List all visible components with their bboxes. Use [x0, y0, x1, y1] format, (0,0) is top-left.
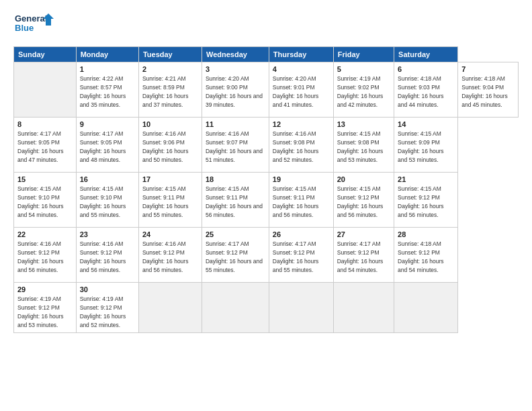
week-row-1: 1 Sunrise: 4:22 AMSunset: 8:57 PMDayligh…: [14, 62, 519, 118]
day-number: 27: [337, 230, 390, 238]
calendar-cell: 15 Sunrise: 4:15 AMSunset: 9:10 PMDaylig…: [14, 173, 77, 228]
calendar-cell: 24 Sunrise: 4:16 AMSunset: 9:12 PMDaylig…: [138, 228, 202, 283]
calendar-cell: 8 Sunrise: 4:17 AMSunset: 9:05 PMDayligh…: [14, 118, 77, 173]
calendar-cell: 30 Sunrise: 4:19 AMSunset: 9:12 PMDaylig…: [76, 283, 138, 333]
calendar-cell: 26 Sunrise: 4:17 AMSunset: 9:12 PMDaylig…: [269, 228, 333, 283]
day-detail: Sunrise: 4:20 AMSunset: 9:00 PMDaylight:…: [206, 75, 263, 108]
day-number: 15: [17, 175, 73, 183]
header-wednesday: Wednesday: [202, 47, 269, 62]
day-number: 13: [337, 120, 390, 128]
week-row-3: 15 Sunrise: 4:15 AMSunset: 9:10 PMDaylig…: [14, 173, 519, 228]
day-detail: Sunrise: 4:19 AMSunset: 9:02 PMDaylight:…: [337, 75, 384, 108]
calendar-cell: 12 Sunrise: 4:16 AMSunset: 9:08 PMDaylig…: [269, 118, 333, 173]
calendar-cell: 22 Sunrise: 4:16 AMSunset: 9:12 PMDaylig…: [14, 228, 77, 283]
calendar-cell: 18 Sunrise: 4:15 AMSunset: 9:11 PMDaylig…: [202, 173, 269, 228]
day-detail: Sunrise: 4:18 AMSunset: 9:04 PMDaylight:…: [461, 75, 508, 108]
day-number: 12: [273, 120, 330, 128]
svg-text:General: General: [15, 13, 47, 24]
day-number: 14: [398, 120, 454, 128]
calendar-table: SundayMondayTuesdayWednesdayThursdayFrid…: [13, 46, 519, 333]
day-number: 18: [206, 175, 265, 183]
calendar-cell: [333, 283, 394, 333]
calendar-cell: 20 Sunrise: 4:15 AMSunset: 9:12 PMDaylig…: [333, 173, 394, 228]
day-number: 20: [337, 175, 390, 183]
week-row-2: 8 Sunrise: 4:17 AMSunset: 9:05 PMDayligh…: [14, 118, 519, 173]
day-detail: Sunrise: 4:17 AMSunset: 9:12 PMDaylight:…: [273, 240, 319, 273]
logo-svg: General Blue: [13, 11, 54, 41]
day-number: 6: [398, 65, 454, 73]
calendar-cell: 29 Sunrise: 4:19 AMSunset: 9:12 PMDaylig…: [14, 283, 77, 333]
calendar-cell: 11 Sunrise: 4:16 AMSunset: 9:07 PMDaylig…: [202, 118, 269, 173]
calendar-cell: 19 Sunrise: 4:15 AMSunset: 9:11 PMDaylig…: [269, 173, 333, 228]
calendar-cell: [269, 283, 333, 333]
day-detail: Sunrise: 4:17 AMSunset: 9:05 PMDaylight:…: [80, 130, 126, 163]
day-number: 9: [80, 120, 135, 128]
day-detail: Sunrise: 4:16 AMSunset: 9:08 PMDaylight:…: [273, 130, 319, 163]
day-number: 26: [273, 230, 330, 238]
calendar-cell: 28 Sunrise: 4:18 AMSunset: 9:12 PMDaylig…: [394, 228, 458, 283]
day-detail: Sunrise: 4:18 AMSunset: 9:03 PMDaylight:…: [398, 75, 444, 108]
day-detail: Sunrise: 4:16 AMSunset: 9:12 PMDaylight:…: [17, 240, 64, 273]
day-number: 10: [142, 120, 198, 128]
day-detail: Sunrise: 4:22 AMSunset: 8:57 PMDaylight:…: [80, 75, 126, 108]
day-number: 30: [80, 285, 135, 293]
day-detail: Sunrise: 4:15 AMSunset: 9:12 PMDaylight:…: [337, 185, 384, 218]
calendar-cell: 23 Sunrise: 4:16 AMSunset: 9:12 PMDaylig…: [76, 228, 138, 283]
day-number: 23: [80, 230, 135, 238]
calendar-cell: 5 Sunrise: 4:19 AMSunset: 9:02 PMDayligh…: [333, 62, 394, 118]
day-detail: Sunrise: 4:15 AMSunset: 9:10 PMDaylight:…: [80, 185, 126, 218]
header: General Blue: [13, 11, 519, 41]
calendar-cell: 25 Sunrise: 4:17 AMSunset: 9:12 PMDaylig…: [202, 228, 269, 283]
calendar-cell: 17 Sunrise: 4:15 AMSunset: 9:11 PMDaylig…: [138, 173, 202, 228]
header-sunday: Sunday: [14, 47, 77, 62]
calendar-cell: 10 Sunrise: 4:16 AMSunset: 9:06 PMDaylig…: [138, 118, 202, 173]
header-thursday: Thursday: [269, 47, 333, 62]
calendar-header-row: SundayMondayTuesdayWednesdayThursdayFrid…: [14, 47, 519, 62]
day-number: 4: [273, 65, 330, 73]
day-detail: Sunrise: 4:17 AMSunset: 9:12 PMDaylight:…: [206, 240, 263, 273]
day-detail: Sunrise: 4:15 AMSunset: 9:11 PMDaylight:…: [142, 185, 189, 218]
calendar-cell: 9 Sunrise: 4:17 AMSunset: 9:05 PMDayligh…: [76, 118, 138, 173]
day-detail: Sunrise: 4:16 AMSunset: 9:07 PMDaylight:…: [206, 130, 263, 163]
calendar-cell: [202, 283, 269, 333]
day-detail: Sunrise: 4:19 AMSunset: 9:12 PMDaylight:…: [17, 295, 64, 328]
calendar-cell: [138, 283, 202, 333]
day-number: 22: [17, 230, 73, 238]
day-detail: Sunrise: 4:21 AMSunset: 8:59 PMDaylight:…: [142, 75, 189, 108]
day-number: 1: [80, 65, 135, 73]
day-detail: Sunrise: 4:18 AMSunset: 9:12 PMDaylight:…: [398, 240, 444, 273]
calendar-cell: [14, 62, 77, 118]
day-detail: Sunrise: 4:19 AMSunset: 9:12 PMDaylight:…: [80, 295, 126, 328]
week-row-4: 22 Sunrise: 4:16 AMSunset: 9:12 PMDaylig…: [14, 228, 519, 283]
calendar-cell: 27 Sunrise: 4:17 AMSunset: 9:12 PMDaylig…: [333, 228, 394, 283]
day-number: 29: [17, 285, 73, 293]
day-number: 2: [142, 65, 198, 73]
day-detail: Sunrise: 4:15 AMSunset: 9:12 PMDaylight:…: [398, 185, 444, 218]
day-number: 7: [461, 65, 515, 73]
day-number: 8: [17, 120, 73, 128]
logo: General Blue: [13, 11, 54, 41]
day-detail: Sunrise: 4:16 AMSunset: 9:12 PMDaylight:…: [142, 240, 189, 273]
day-number: 11: [206, 120, 265, 128]
calendar-cell: [394, 283, 458, 333]
header-friday: Friday: [333, 47, 394, 62]
day-detail: Sunrise: 4:16 AMSunset: 9:06 PMDaylight:…: [142, 130, 189, 163]
calendar-cell: 7 Sunrise: 4:18 AMSunset: 9:04 PMDayligh…: [458, 62, 519, 118]
header-tuesday: Tuesday: [138, 47, 202, 62]
day-number: 28: [398, 230, 454, 238]
day-detail: Sunrise: 4:15 AMSunset: 9:08 PMDaylight:…: [337, 130, 384, 163]
day-detail: Sunrise: 4:20 AMSunset: 9:01 PMDaylight:…: [273, 75, 319, 108]
day-detail: Sunrise: 4:16 AMSunset: 9:12 PMDaylight:…: [80, 240, 126, 273]
day-number: 5: [337, 65, 390, 73]
calendar-cell: 4 Sunrise: 4:20 AMSunset: 9:01 PMDayligh…: [269, 62, 333, 118]
day-number: 19: [273, 175, 330, 183]
calendar-cell: 1 Sunrise: 4:22 AMSunset: 8:57 PMDayligh…: [76, 62, 138, 118]
calendar-cell: 6 Sunrise: 4:18 AMSunset: 9:03 PMDayligh…: [394, 62, 458, 118]
day-detail: Sunrise: 4:17 AMSunset: 9:05 PMDaylight:…: [17, 130, 64, 163]
day-number: 3: [206, 65, 265, 73]
calendar-cell: 14 Sunrise: 4:15 AMSunset: 9:09 PMDaylig…: [394, 118, 458, 173]
calendar-cell: 21 Sunrise: 4:15 AMSunset: 9:12 PMDaylig…: [394, 173, 458, 228]
header-saturday: Saturday: [394, 47, 458, 62]
day-number: 21: [398, 175, 454, 183]
day-detail: Sunrise: 4:15 AMSunset: 9:11 PMDaylight:…: [206, 185, 263, 218]
